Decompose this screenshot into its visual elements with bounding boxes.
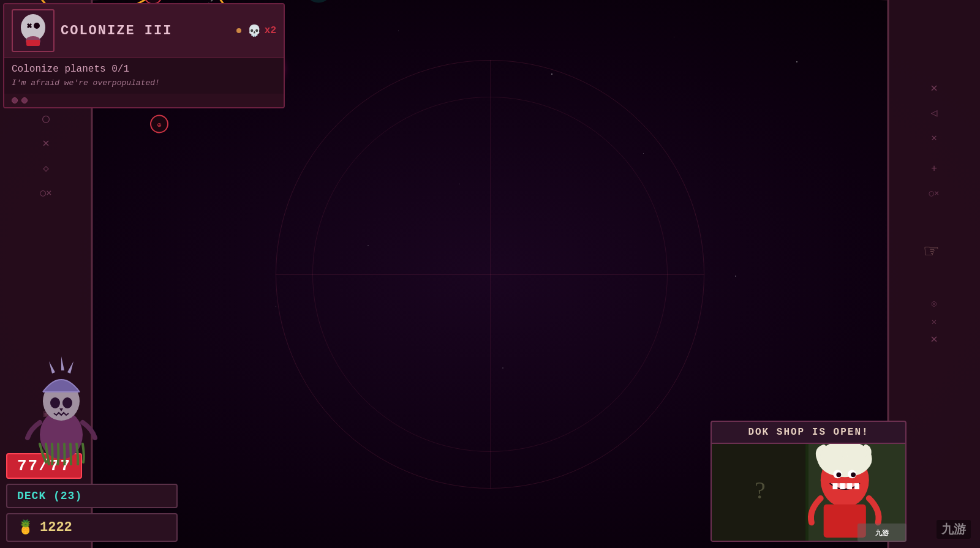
svg-point-92	[62, 397, 72, 408]
deck-label: DECK (23)	[17, 490, 82, 502]
quest-header: COLONIZE III 💀 x2	[4, 4, 284, 58]
svg-point-103	[836, 472, 841, 477]
character-sprite	[12, 343, 110, 465]
quest-skull-area: 💀 x2	[236, 24, 276, 37]
radar-crosshair-v	[490, 60, 491, 489]
shop-label: DOK SHOP IS OPEN!	[710, 421, 907, 444]
bottom-left-ui: 77/77 DECK (23) 🍍 1222	[6, 343, 178, 542]
skull-icon: 💀	[247, 24, 261, 37]
svg-point-104	[851, 472, 856, 477]
quest-title-area: COLONIZE III	[61, 23, 230, 39]
quest-flavor: I'm afraid we're overpopulated!	[12, 78, 276, 88]
deck-bar[interactable]: DECK (23)	[6, 484, 178, 508]
gold-icon: 🍍	[17, 519, 34, 536]
svg-text:?: ?	[755, 477, 766, 504]
character-sprite-area	[12, 343, 178, 465]
svg-point-87	[34, 23, 40, 29]
shop-panel[interactable]: DOK SHOP IS OPEN!	[710, 421, 907, 542]
quest-multiplier: x2	[265, 25, 276, 36]
quest-panel: COLONIZE III 💀 x2 Colonize planets 0/1 I…	[3, 3, 285, 108]
svg-rect-99	[847, 483, 852, 489]
quest-nav-dot-2[interactable]	[21, 97, 28, 103]
svg-rect-100	[854, 483, 859, 489]
quest-dot	[236, 28, 241, 33]
radar-map	[276, 60, 704, 489]
quest-body: Colonize planets 0/1 I'm afraid we're ov…	[4, 58, 284, 94]
watermark-overlay: 九游	[875, 528, 889, 538]
gold-amount: 1222	[40, 520, 72, 535]
watermark: 九游	[937, 520, 971, 539]
quest-nav-dot-1[interactable]	[12, 97, 18, 103]
quest-icon	[12, 9, 55, 52]
gold-bar: 🍍 1222	[6, 513, 178, 542]
quest-nav	[4, 94, 284, 107]
quest-title: COLONIZE III	[61, 23, 230, 39]
svg-rect-88	[26, 40, 40, 46]
svg-rect-97	[833, 483, 838, 489]
svg-rect-98	[840, 483, 845, 489]
shop-image[interactable]: ? 九游	[710, 444, 907, 542]
quest-objective: Colonize planets 0/1	[12, 64, 276, 75]
svg-point-91	[50, 397, 60, 408]
